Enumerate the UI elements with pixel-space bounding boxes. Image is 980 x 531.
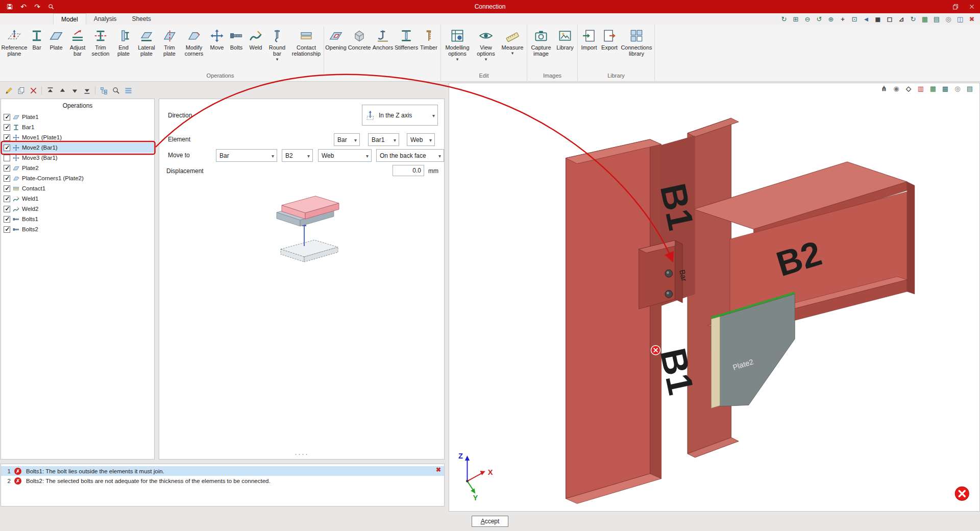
ribbon-button-export[interactable]: Export bbox=[599, 26, 620, 71]
displacement-input[interactable]: 0.0 bbox=[393, 165, 424, 176]
ribbon-button-measure[interactable]: Measure bbox=[499, 26, 526, 71]
ribbon-button-bolts[interactable]: Bolts bbox=[227, 26, 246, 71]
ribbon-button-image-library[interactable]: Library bbox=[554, 26, 576, 71]
message-row[interactable]: 2 Bolts2: The selected bolts are not ade… bbox=[1, 476, 444, 486]
ribbon-button-weld[interactable]: Weld bbox=[246, 26, 265, 71]
tab-sheets[interactable]: Sheets bbox=[124, 13, 158, 25]
accept-button[interactable]: Accept bbox=[472, 516, 508, 527]
ribbon-button-stiffeners[interactable]: Stiffeners bbox=[395, 26, 418, 71]
tree-item-move2[interactable]: Move2 (Bar1) bbox=[1, 142, 154, 153]
checkbox[interactable] bbox=[4, 185, 10, 192]
tree-view-icon[interactable] bbox=[98, 85, 109, 96]
tree-item-weld2[interactable]: Weld2 bbox=[1, 204, 154, 214]
projection-icon[interactable]: ◉ bbox=[892, 84, 901, 93]
move-down-icon[interactable] bbox=[69, 85, 80, 96]
zoom-out-icon[interactable]: ⊖ bbox=[802, 14, 813, 24]
ribbon-button-contact-relationship[interactable]: Contact relationship bbox=[289, 26, 324, 71]
transparency-icon[interactable]: ◎ bbox=[953, 84, 962, 93]
tree-item-move1[interactable]: Move1 (Plate1) bbox=[1, 132, 154, 142]
ribbon-button-bar[interactable]: Bar bbox=[28, 26, 46, 71]
ribbon-button-timber[interactable]: Timber bbox=[418, 26, 439, 71]
ribbon-button-modelling-options[interactable]: Modelling options bbox=[442, 26, 473, 71]
bar-stub[interactable]: Bar bbox=[639, 240, 689, 309]
delete-icon[interactable] bbox=[28, 85, 39, 96]
mesh-toggle-icon[interactable]: ▦ bbox=[928, 84, 938, 93]
search-icon[interactable] bbox=[46, 2, 56, 11]
ribbon-button-move[interactable]: Move bbox=[207, 26, 227, 71]
grid-toggle-icon[interactable]: ▦ bbox=[920, 14, 930, 24]
pan-view-icon[interactable]: + bbox=[838, 14, 848, 24]
element-part-select[interactable]: Web bbox=[407, 133, 435, 146]
tree-item-plate1[interactable]: Plate1 bbox=[1, 112, 154, 122]
ribbon-button-modify-corners[interactable]: Modify corners bbox=[181, 26, 207, 71]
checkbox[interactable] bbox=[4, 144, 10, 151]
message-row[interactable]: 1 Bolts1: The bolt lies outside the elem… bbox=[1, 466, 444, 476]
ribbon-button-reference-plane[interactable]: Reference plane bbox=[1, 26, 28, 71]
ribbon-button-end-plate[interactable]: End plate bbox=[112, 26, 135, 71]
checkbox[interactable] bbox=[4, 206, 10, 212]
visibility-icon[interactable]: ◎ bbox=[943, 14, 953, 24]
checkbox[interactable] bbox=[4, 114, 10, 120]
close-messages-icon[interactable] bbox=[436, 467, 441, 473]
move-top-icon[interactable] bbox=[44, 85, 56, 96]
previous-view-icon[interactable]: ◄ bbox=[861, 14, 871, 24]
checkbox[interactable] bbox=[4, 124, 10, 131]
redo-icon[interactable]: ↷ bbox=[33, 2, 42, 11]
checkbox[interactable] bbox=[4, 165, 10, 172]
zoom-in-icon[interactable]: ⊕ bbox=[826, 14, 836, 24]
ribbon-button-trim-section[interactable]: Trim section bbox=[89, 26, 112, 71]
column-b1[interactable] bbox=[566, 139, 662, 503]
scene-layers-icon[interactable]: ▤ bbox=[965, 84, 974, 93]
tab-model[interactable]: Model bbox=[53, 13, 86, 25]
checkbox[interactable] bbox=[4, 196, 10, 202]
ribbon-button-adjust-bar[interactable]: Adjust bar bbox=[66, 26, 89, 71]
restore-window-icon[interactable] bbox=[947, 0, 964, 13]
clip-view-icon[interactable]: ◇ bbox=[904, 84, 913, 93]
element-name-select[interactable]: Bar1 bbox=[368, 133, 399, 146]
plates-filter-icon[interactable]: ▩ bbox=[941, 84, 950, 93]
move-bottom-icon[interactable] bbox=[81, 85, 92, 96]
edit-icon[interactable] bbox=[3, 85, 14, 96]
ribbon-button-connections-library[interactable]: Connections library bbox=[620, 26, 653, 71]
checkbox[interactable] bbox=[4, 216, 10, 223]
ribbon-button-view-options[interactable]: View options bbox=[473, 26, 499, 71]
tree-item-bolts1[interactable]: Bolts1 bbox=[1, 214, 154, 224]
regenerate-icon[interactable]: ↻ bbox=[908, 14, 918, 24]
refresh-view-icon[interactable]: ↺ bbox=[814, 14, 824, 24]
element-type-select[interactable]: Bar bbox=[334, 133, 360, 146]
comments-icon[interactable]: ◫ bbox=[955, 14, 965, 24]
viewport-error-indicator[interactable] bbox=[955, 487, 969, 500]
checkbox[interactable] bbox=[4, 226, 10, 233]
tree-item-contact1[interactable]: Contact1 bbox=[1, 183, 154, 194]
close-view-icon[interactable]: ✖ bbox=[967, 14, 977, 24]
rotate-view-icon[interactable]: ↻ bbox=[779, 14, 789, 24]
zoom-window-icon[interactable]: ⊞ bbox=[791, 14, 801, 24]
ribbon-button-trim-plate[interactable]: Trim plate bbox=[158, 26, 181, 71]
search-icon[interactable] bbox=[110, 85, 121, 96]
3d-scene[interactable]: Plate2 Bar B1 B1 B2 bbox=[449, 83, 979, 511]
error-badge[interactable] bbox=[651, 346, 660, 355]
tree-item-plate-corners1[interactable]: Plate-Corners1 (Plate2) bbox=[1, 173, 154, 183]
ribbon-button-import[interactable]: Import bbox=[579, 26, 599, 71]
tree-item-bolts2[interactable]: Bolts2 bbox=[1, 224, 154, 234]
move-up-icon[interactable] bbox=[57, 85, 68, 96]
wireframe-view-icon[interactable]: ◻ bbox=[885, 14, 895, 24]
panel-resize-handle[interactable] bbox=[295, 451, 309, 456]
move-to-face-select[interactable]: On the back face bbox=[376, 149, 444, 162]
move-to-part-select[interactable]: Web bbox=[318, 149, 372, 162]
tab-analysis[interactable]: Analysis bbox=[86, 13, 125, 25]
view-orientation-icon[interactable]: ⋔ bbox=[879, 84, 889, 93]
tree-item-plate2[interactable]: Plate2 bbox=[1, 163, 154, 173]
solid-view-icon[interactable]: ◼ bbox=[873, 14, 883, 24]
layers-icon[interactable]: ▤ bbox=[932, 14, 942, 24]
checkbox[interactable] bbox=[4, 155, 10, 161]
tree-item-weld1[interactable]: Weld1 bbox=[1, 194, 154, 204]
direction-select[interactable]: In the Z axis bbox=[362, 105, 438, 126]
move-to-type-select[interactable]: Bar bbox=[216, 149, 277, 162]
settings-icon[interactable] bbox=[122, 85, 134, 96]
fit-view-icon[interactable]: ⊡ bbox=[849, 14, 860, 24]
checkbox[interactable] bbox=[4, 134, 10, 141]
ribbon-button-lateral-plate[interactable]: Lateral plate bbox=[135, 26, 158, 71]
measure-angle-icon[interactable]: ⊿ bbox=[896, 14, 906, 24]
undo-icon[interactable]: ↶ bbox=[19, 2, 28, 11]
